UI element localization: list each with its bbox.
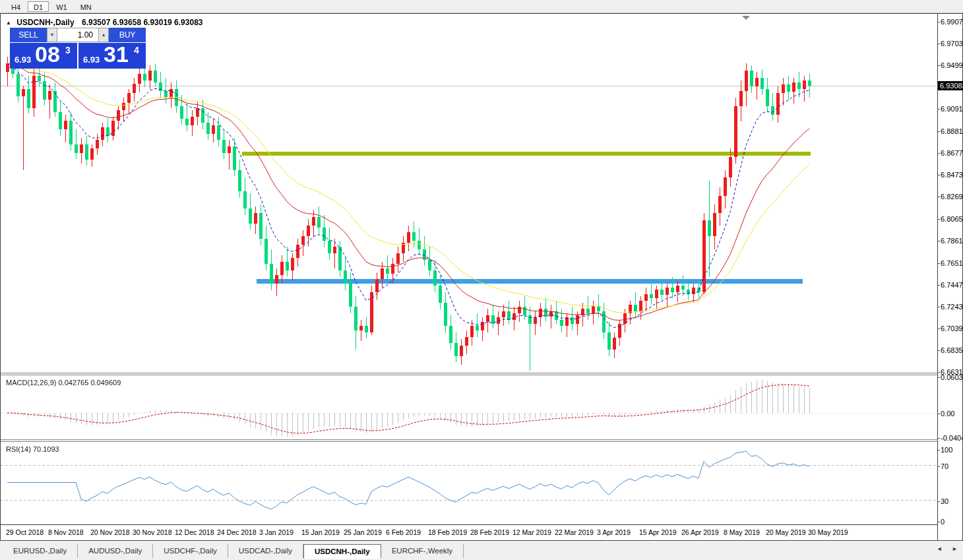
date-axis-label: 18 Feb 2019 [428, 528, 467, 536]
sell-button[interactable]: SELL [10, 28, 47, 42]
macd-label: MACD(12,26,9) 0.042765 0.049609 [6, 379, 121, 387]
macd-axis-label: 0.00 [938, 410, 963, 418]
rsi-indicator-canvas[interactable] [1, 442, 937, 524]
timeframe-button-mn[interactable]: MN [75, 1, 98, 12]
price-axis-label: 6.99070 [938, 18, 963, 26]
chart-tab-bar: EURUSD-,DailyAUDUSD-,DailyUSDCHF-,DailyU… [0, 541, 963, 560]
date-axis-label: 20 Nov 2018 [90, 528, 130, 536]
date-axis-label: 24 Dec 2018 [217, 528, 257, 536]
price-axis-label: 6.97030 [938, 40, 963, 47]
rsi-axis-label: 70 [938, 462, 963, 470]
price-axis-label: 6.72430 [938, 303, 963, 311]
date-axis-label: 28 Feb 2019 [470, 528, 509, 536]
date-axis-label: 30 May 2019 [808, 528, 848, 536]
date-axis-label: 22 Mar 2019 [555, 528, 594, 536]
price-axis[interactable]: 6.93083 6.990706.970306.949906.909106.88… [937, 14, 962, 540]
chart-window: ▲ USDCNH-,Daily 6.93507 6.93658 6.93019 … [0, 13, 963, 541]
price-axis-label: 6.84730 [938, 171, 963, 179]
buy-price-big: 31 [104, 42, 129, 67]
buy-price-prefix: 6.93 [83, 55, 100, 65]
date-axis-label: 12 Dec 2018 [175, 528, 214, 536]
tab-scroll-left-icon[interactable]: ◄ [937, 545, 943, 552]
date-axis-label: 6 Feb 2019 [386, 528, 421, 536]
timeframe-button-h4[interactable]: H4 [5, 1, 26, 12]
buy-button[interactable]: BUY [109, 28, 146, 42]
date-axis-label: 12 Mar 2019 [513, 528, 551, 536]
tab-scroll-right-icon[interactable]: ► [952, 545, 958, 552]
volume-decrease-button[interactable]: ▼ [47, 28, 57, 42]
collapse-panel-icon[interactable]: ▲ [6, 20, 11, 26]
price-axis-label: 6.80650 [938, 215, 963, 223]
price-axis-label: 6.94990 [938, 61, 963, 69]
macd-indicator-canvas[interactable] [1, 375, 937, 439]
price-axis-label: 6.76510 [938, 259, 963, 267]
date-axis-label: 26 Apr 2019 [681, 528, 719, 536]
timeframe-toolbar: H4D1W1MN [0, 0, 963, 13]
price-axis-label: 6.78610 [938, 237, 963, 245]
date-axis-label: 29 Oct 2018 [6, 528, 44, 536]
current-price-tag: 6.93083 [938, 81, 963, 90]
date-axis-label: 15 Apr 2019 [639, 528, 677, 536]
tab-scroll-controls: ◄ ► [929, 545, 958, 552]
sell-price-big: 08 [35, 42, 60, 67]
rsi-axis-label: 0 [938, 518, 963, 526]
date-axis-label: 25 Jan 2019 [344, 528, 382, 536]
buy-quote-box[interactable]: 6.93 31 4 [78, 43, 146, 69]
date-axis-label: 8 May 2019 [724, 528, 760, 536]
chart-tab-usdcnh[interactable]: USDCNH-,Daily [303, 544, 381, 559]
price-axis-label: 6.70390 [938, 325, 963, 332]
date-axis[interactable]: 29 Oct 20188 Nov 201820 Nov 201830 Nov 2… [1, 525, 937, 540]
timeframe-button-w1[interactable]: W1 [50, 1, 73, 12]
price-axis-label: 6.90910 [938, 105, 963, 113]
sell-price-prefix: 6.93 [15, 55, 31, 65]
rsi-axis-label: 100 [938, 446, 963, 454]
chart-title: ▲ USDCNH-,Daily 6.93507 6.93658 6.93019 … [6, 18, 202, 27]
chart-tab-usdcad[interactable]: USDCAD-,Daily [228, 544, 303, 558]
buy-price-pip: 4 [134, 45, 139, 55]
rsi-axis-label: 30 [938, 497, 963, 505]
volume-input[interactable] [57, 28, 98, 42]
macd-axis-label: -0.040415 [938, 434, 963, 442]
chart-ohlc-values: 6.93507 6.93658 6.93019 6.93083 [82, 18, 203, 27]
chart-tab-usdchf[interactable]: USDCHF-,Daily [153, 544, 228, 558]
macd-axis-label: 0.060342 [938, 373, 963, 381]
price-axis-label: 6.68350 [938, 346, 963, 354]
sell-price-pip: 3 [65, 45, 71, 55]
price-axis-label: 6.74470 [938, 281, 963, 289]
date-axis-label: 8 Nov 2018 [48, 528, 84, 536]
date-axis-label: 3 Jan 2019 [259, 528, 294, 536]
date-axis-label: 30 Nov 2018 [133, 528, 172, 536]
one-click-trade-panel: SELL ▼ ▲ BUY 6.93 08 3 6.93 31 4 [10, 28, 146, 69]
price-axis-label: 6.86770 [938, 149, 963, 157]
price-axis-label: 6.82690 [938, 193, 963, 201]
price-axis-label: 6.88810 [938, 127, 963, 135]
date-axis-label: 20 May 2019 [766, 528, 806, 536]
chart-tab-eurusd[interactable]: EURUSD-,Daily [3, 544, 78, 558]
rsi-label: RSI(14) 70.1093 [6, 445, 59, 453]
date-axis-label: 3 Apr 2019 [597, 528, 631, 536]
sell-quote-box[interactable]: 6.93 08 3 [10, 43, 77, 69]
chart-tab-eurchf[interactable]: EURCHF-,Weekly [381, 544, 464, 558]
chart-symbol-label: USDCNH-,Daily [16, 18, 74, 27]
date-axis-label: 15 Jan 2019 [301, 528, 340, 536]
volume-increase-button[interactable]: ▲ [98, 28, 109, 42]
chart-tab-audusd[interactable]: AUDUSD-,Daily [78, 544, 153, 558]
timeframe-button-d1[interactable]: D1 [28, 1, 49, 12]
